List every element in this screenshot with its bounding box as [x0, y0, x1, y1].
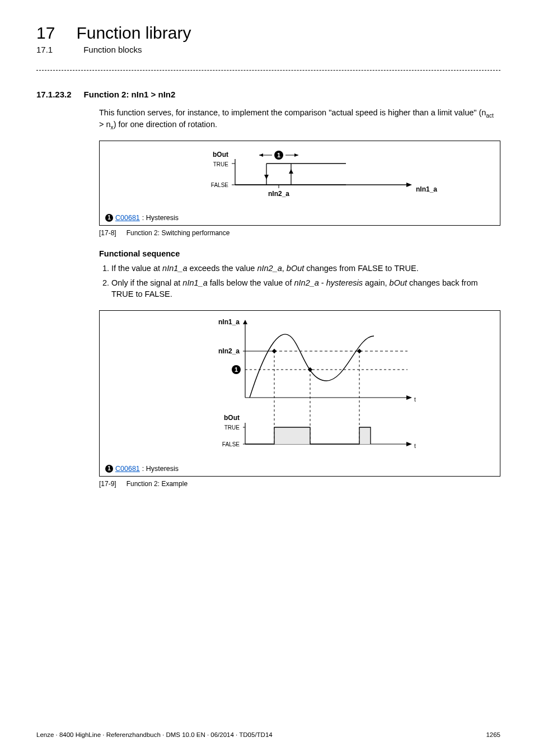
subsection-number: 17.1.23.2	[36, 90, 72, 99]
list-item: Only if the signal at nIn1_a falls below…	[111, 277, 500, 300]
svg-text:t: t	[414, 443, 416, 449]
svg-text:bOut: bOut	[224, 414, 240, 422]
legend-marker-icon: 1	[105, 465, 113, 473]
svg-text:1: 1	[235, 366, 238, 373]
subsection-title: Function 2: nIn1 > nIn2	[84, 90, 176, 99]
svg-marker-51	[406, 442, 412, 446]
functional-sequence-heading: Functional sequence	[99, 249, 500, 258]
chapter-number: 17	[36, 24, 55, 43]
legend-marker-icon: 1	[105, 214, 113, 222]
list-item: If the value at nIn1_a exceeds the value…	[111, 263, 500, 274]
svg-rect-54	[359, 427, 371, 444]
page-number: 1265	[486, 731, 500, 738]
footer-left: Lenze · 8400 HighLine · Referenzhandbuch…	[36, 731, 273, 738]
svg-text:bOut: bOut	[213, 151, 228, 158]
svg-marker-28	[406, 395, 412, 400]
figure-17-9: t nIn1_a nIn2_a 1	[99, 310, 500, 477]
section-header: 17.1 Function blocks	[36, 45, 500, 54]
svg-text:nIn2_a: nIn2_a	[218, 347, 240, 355]
svg-rect-53	[274, 427, 310, 444]
svg-marker-26	[243, 320, 247, 324]
svg-text:t: t	[414, 396, 416, 403]
section-title: Function blocks	[83, 45, 142, 54]
figure-17-9-legend: 1 C00681: Hysteresis	[100, 465, 500, 476]
figure-17-8: bOut TRUE FALSE	[99, 141, 500, 226]
svg-marker-20	[406, 183, 412, 187]
figure-17-8-caption: [17-8] Function 2: Switching performance	[99, 229, 500, 237]
svg-text:nIn1_a: nIn1_a	[416, 185, 437, 193]
functional-sequence-list: If the value at nIn1_a exceeds the value…	[99, 263, 500, 300]
svg-text:TRUE: TRUE	[213, 161, 229, 167]
hysteresis-param-link[interactable]: C00681	[115, 465, 140, 473]
chapter-title: Function library	[76, 24, 191, 43]
svg-text:TRUE: TRUE	[224, 424, 240, 431]
example-diagram: t nIn1_a nIn2_a 1	[105, 316, 497, 459]
svg-text:FALSE: FALSE	[222, 441, 240, 447]
svg-text:nIn1_a: nIn1_a	[218, 318, 240, 326]
svg-text:nIn2_a: nIn2_a	[268, 190, 289, 198]
svg-marker-11	[264, 175, 269, 179]
svg-text:FALSE: FALSE	[211, 182, 228, 188]
divider	[36, 70, 500, 71]
svg-text:1: 1	[277, 152, 280, 158]
svg-marker-18	[294, 153, 298, 157]
figure-17-9-caption: [17-9] Function 2: Example	[99, 480, 500, 488]
figure-17-8-legend: 1 C00681: Hysteresis	[100, 214, 500, 225]
hysteresis-param-link[interactable]: C00681	[115, 214, 140, 222]
svg-marker-16	[259, 153, 263, 157]
chapter-header: 17 Function library	[36, 24, 500, 43]
subsection-header: 17.1.23.2 Function 2: nIn1 > nIn2	[36, 90, 500, 99]
switching-performance-diagram: bOut TRUE FALSE	[105, 147, 497, 208]
svg-marker-12	[289, 169, 293, 174]
section-number: 17.1	[36, 45, 53, 54]
page-footer: Lenze · 8400 HighLine · Referenzhandbuch…	[36, 731, 500, 738]
intro-paragraph: This function serves, for instance, to i…	[99, 108, 500, 132]
